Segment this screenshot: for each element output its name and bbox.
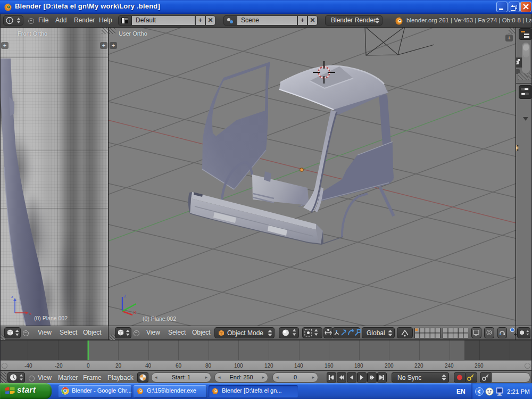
svg-text:x: x bbox=[134, 310, 136, 315]
svg-text:x: x bbox=[29, 311, 31, 316]
svg-text:i: i bbox=[9, 18, 10, 23]
svg-text:z: z bbox=[124, 293, 127, 298]
svg-text:z: z bbox=[11, 294, 13, 299]
